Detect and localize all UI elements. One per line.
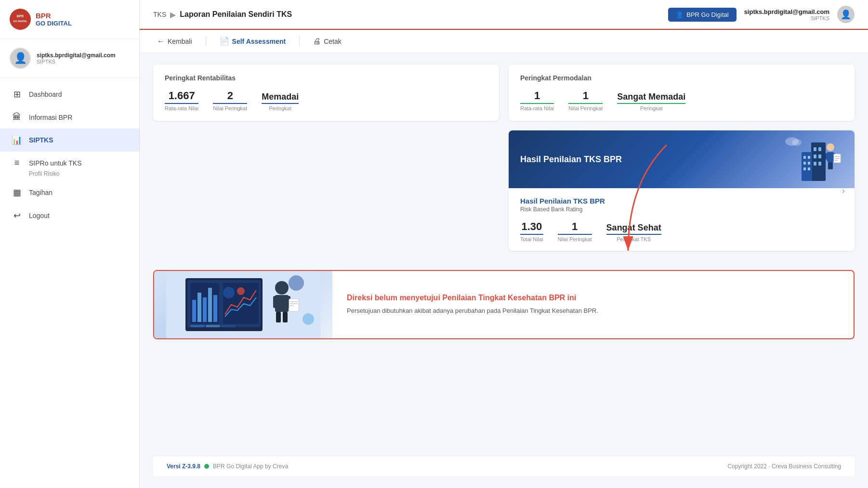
sidebar-item-siptks[interactable]: 📊 SIPTKS — [0, 128, 139, 152]
svg-rect-6 — [814, 154, 816, 158]
self-assessment-icon: 📄 — [220, 37, 229, 46]
breadcrumb-root: TKS — [153, 11, 166, 18]
sidebar-item-tagihan[interactable]: ▦ Tagihan — [0, 181, 139, 204]
back-label: Kembali — [168, 38, 192, 45]
card-rentabilitas-title: Peringkat Rentabilitas — [165, 74, 487, 82]
results-peringkat-tks: Sangat Sehat Peringkat TKS — [606, 223, 661, 242]
sidebar-nav: ⊞ Dashboard 🏛 Informasi BPR 📊 SIPTKS ≡ S… — [0, 78, 139, 488]
back-button[interactable]: ← Kembali — [153, 35, 196, 48]
svg-point-0 — [13, 12, 28, 27]
svg-point-41 — [237, 287, 245, 295]
sidebar-sub-profil: Profil Risiko — [0, 170, 139, 181]
green-dot-icon — [204, 464, 209, 469]
svg-rect-4 — [814, 147, 816, 151]
bpr-go-digital-button[interactable]: 👤 BPR Go Digital — [668, 8, 736, 22]
svg-rect-54 — [190, 325, 205, 327]
user-info: siptks.bprdigital@gmail.com SIPTKS — [37, 52, 116, 64]
results-card: Hasil Penilaian TKS BPR — [509, 130, 855, 251]
logo-area: BPR GO DIGITAL BPR GO DIGITAL — [0, 0, 139, 39]
svg-rect-5 — [818, 147, 821, 151]
svg-rect-37 — [208, 288, 212, 322]
results-total-nilai-label: Total Nilai — [520, 234, 543, 242]
permodalan-avg-nilai-num: 1 — [520, 90, 554, 102]
svg-rect-16 — [808, 167, 810, 170]
svg-rect-35 — [197, 293, 201, 322]
warning-illustration-svg — [166, 271, 320, 338]
results-description: Risk Based Bank Rating — [520, 206, 843, 213]
card-permodalan: Peringkat Permodalan 1 Rata-rata Nilai 1… — [509, 64, 855, 121]
footer-left: Versi Z-3.9.8 BPR Go Digital App by Crev… — [167, 463, 288, 470]
svg-rect-47 — [283, 312, 288, 322]
permodalan-peringkat-label: Peringkat — [617, 103, 685, 111]
svg-rect-48 — [289, 299, 299, 311]
cards-row: Peringkat Rentabilitas 1.667 Rata-rata N… — [153, 64, 855, 121]
topbar-user-role: SIPTKS — [744, 15, 829, 21]
footer: Versi Z-3.9.8 BPR Go Digital App by Crev… — [153, 456, 855, 476]
user-email-sidebar: siptks.bprdigital@gmail.com — [37, 52, 116, 59]
svg-rect-36 — [203, 297, 207, 322]
topbar-avatar: 👤 — [837, 6, 855, 23]
sidebar-user: 👤 siptks.bprdigital@gmail.com SIPTKS — [0, 39, 139, 78]
results-illustration — [782, 133, 845, 186]
results-total-nilai: 1.30 Total Nilai — [520, 220, 543, 242]
user-avatar-sidebar: 👤 — [10, 48, 31, 69]
sidebar-item-informasi[interactable]: 🏛 Informasi BPR — [0, 106, 139, 128]
results-peringkat-tks-label: Peringkat TKS — [606, 234, 661, 242]
results-values: 1.30 Total Nilai 1 Nilai Peringkat Sanga… — [520, 220, 843, 242]
svg-text:BPR: BPR — [17, 14, 24, 18]
rentabilitas-nilai-peringkat: 2 Nilai Peringkat — [213, 90, 247, 111]
results-subtitle[interactable]: Hasil Penilaian TKS BPR — [520, 197, 843, 205]
rentabilitas-avg-nilai-num: 1.667 — [165, 90, 198, 102]
card-permodalan-title: Peringkat Permodalan — [520, 74, 843, 82]
svg-rect-44 — [273, 296, 277, 308]
topbar-right: 👤 BPR Go Digital siptks.bprdigital@gmail… — [668, 6, 855, 23]
results-header: Hasil Penilaian TKS BPR — [509, 130, 855, 188]
rentabilitas-avg-label: Rata-rata Nilai — [165, 103, 198, 111]
logout-icon: ↩ — [12, 210, 22, 221]
topbar-user-info: siptks.bprdigital@gmail.com SIPTKS — [744, 8, 829, 21]
svg-point-28 — [792, 139, 802, 146]
svg-rect-56 — [221, 325, 236, 327]
self-assessment-button[interactable]: 📄 Self Assessment — [216, 35, 290, 48]
user-role-sidebar: SIPTKS — [37, 59, 116, 64]
sidebar-item-logout[interactable]: ↩ Logout — [0, 204, 139, 227]
permodalan-nilai-peringkat: 1 Nilai Peringkat — [568, 90, 603, 111]
svg-point-17 — [827, 143, 834, 151]
card-rentabilitas: Peringkat Rentabilitas 1.667 Rata-rata N… — [153, 64, 499, 121]
svg-rect-19 — [826, 153, 828, 160]
sidebar-item-dashboard[interactable]: ⊞ Dashboard — [0, 83, 139, 106]
sidebar-item-label-sipro: SIPRo untuk TKS — [29, 159, 81, 167]
action-bar: ← Kembali 📄 Self Assessment 🖨 Cetak — [140, 30, 868, 53]
sidebar-item-label-siptks: SIPTKS — [29, 136, 53, 144]
rentabilitas-peringkat: Memadai Peringkat — [262, 92, 299, 111]
svg-rect-9 — [818, 162, 821, 166]
svg-rect-18 — [827, 152, 834, 162]
sidebar-item-label-dashboard: Dashboard — [29, 90, 62, 98]
sidebar: BPR GO DIGITAL BPR GO DIGITAL 👤 siptks.b… — [0, 0, 140, 488]
building-icon: 🏛 — [12, 112, 22, 122]
chart-icon: 📊 — [12, 135, 22, 145]
footer-app-label: BPR Go Digital App by Creva — [213, 463, 288, 470]
svg-point-52 — [289, 275, 304, 291]
rentabilitas-nilai-peringkat-label: Nilai Peringkat — [213, 103, 247, 111]
self-assessment-label: Self Assessment — [232, 38, 286, 45]
card-permodalan-values: 1 Rata-rata Nilai 1 Nilai Peringkat Sang… — [520, 90, 843, 111]
list-icon: ≡ — [12, 158, 22, 168]
results-chevron-icon[interactable]: › — [842, 186, 845, 196]
topbar: TKS ▶ Laporan Penilaian Sendiri TKS 👤 BP… — [140, 0, 868, 30]
breadcrumb-separator: ▶ — [170, 10, 176, 19]
results-total-nilai-num: 1.30 — [520, 220, 543, 233]
svg-point-40 — [223, 287, 235, 298]
main-area: TKS ▶ Laporan Penilaian Sendiri TKS 👤 BP… — [140, 0, 868, 488]
svg-rect-55 — [206, 325, 220, 327]
svg-rect-14 — [808, 162, 810, 165]
svg-rect-12 — [808, 156, 810, 159]
permodalan-avg-nilai: 1 Rata-rata Nilai — [520, 90, 554, 111]
svg-rect-34 — [192, 300, 196, 322]
svg-text:GO DIGITAL: GO DIGITAL — [13, 20, 27, 23]
rentabilitas-avg-nilai: 1.667 Rata-rata Nilai — [165, 90, 198, 111]
content-area: Peringkat Rentabilitas 1.667 Rata-rata N… — [140, 53, 868, 488]
bpr-button-label: BPR Go Digital — [686, 11, 728, 18]
print-button[interactable]: 🖨 Cetak — [309, 35, 345, 48]
print-icon: 🖨 — [313, 37, 321, 46]
